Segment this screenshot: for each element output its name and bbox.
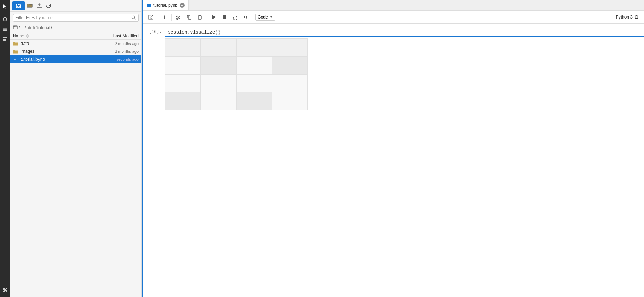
- folder-icon: [13, 49, 19, 54]
- save-button[interactable]: [146, 12, 155, 22]
- python-label: Python 3: [616, 15, 633, 20]
- viz-cell: [236, 92, 272, 110]
- svg-rect-21: [223, 15, 226, 19]
- tab-label: tutorial.ipynb: [153, 3, 177, 8]
- sidebar-toolbar: 🗂: [10, 0, 141, 12]
- svg-marker-23: [244, 15, 246, 19]
- kernel-status-icon: [635, 15, 638, 19]
- list-item[interactable]: images 3 months ago: [10, 47, 141, 55]
- separator-4: [253, 14, 253, 21]
- output-area: [165, 38, 644, 114]
- viz-cell: [236, 56, 272, 74]
- viz-cell: [272, 39, 308, 56]
- cell-execution-count: [16]:: [143, 28, 165, 34]
- upload-button[interactable]: [35, 1, 43, 10]
- list-icon[interactable]: [1, 25, 9, 34]
- list-item[interactable]: data 2 months ago: [10, 40, 141, 47]
- breadcrumb-root[interactable]: [13, 25, 18, 31]
- viz-cell: [165, 74, 201, 92]
- svg-rect-18: [188, 16, 191, 19]
- file-name: images: [21, 49, 85, 54]
- svg-marker-20: [212, 15, 216, 19]
- svg-rect-1: [3, 28, 7, 29]
- search-button[interactable]: [131, 15, 136, 20]
- separator-2: [171, 14, 172, 21]
- notebook-content: [16]: session.visualize(): [143, 24, 644, 297]
- viz-cell: [236, 74, 272, 92]
- breadcrumb-ellipsis[interactable]: ...: [20, 25, 24, 30]
- stop-button[interactable]: [220, 12, 229, 22]
- search-text-icon[interactable]: [1, 35, 9, 44]
- viz-cell: [165, 56, 201, 74]
- svg-point-17: [177, 16, 178, 17]
- separator-1: [158, 14, 158, 21]
- file-list: data 2 months ago images 3 months ago ⊞ …: [10, 40, 141, 297]
- run-button[interactable]: [209, 12, 218, 22]
- svg-rect-10: [14, 26, 15, 27]
- paste-button[interactable]: [195, 12, 205, 22]
- file-modified: 3 months ago: [85, 49, 139, 54]
- cursor-icon[interactable]: [1, 2, 9, 11]
- notebook-icon: ⊞: [13, 56, 19, 62]
- svg-rect-13: [147, 4, 151, 7]
- viz-cell: [236, 39, 272, 56]
- viz-cell: [272, 92, 308, 110]
- viz-cell: [272, 56, 308, 74]
- cell-type-selector[interactable]: Code: [255, 14, 275, 21]
- search-bar: [13, 14, 139, 22]
- copy-button[interactable]: [185, 12, 194, 22]
- breadcrumb: / ... / atoti / tutorial /: [10, 24, 141, 33]
- svg-rect-15: [150, 17, 151, 19]
- breadcrumb-atoti[interactable]: atoti: [27, 25, 35, 30]
- svg-rect-5: [3, 39, 6, 40]
- open-folder-button[interactable]: [26, 1, 34, 10]
- circle-icon[interactable]: [1, 15, 9, 24]
- refresh-button[interactable]: [44, 1, 53, 10]
- viz-cell: [201, 39, 236, 56]
- puzzle-icon[interactable]: [1, 286, 9, 294]
- breadcrumb-tutorial[interactable]: tutorial: [37, 25, 50, 30]
- viz-cell: [201, 92, 236, 110]
- viz-cell: [201, 56, 236, 74]
- breadcrumb-separator-2: /: [25, 25, 26, 30]
- separator-3: [207, 14, 207, 21]
- restart-button[interactable]: [231, 12, 240, 22]
- svg-rect-9: [13, 26, 17, 29]
- tab-bar: tutorial.ipynb ●: [143, 0, 644, 11]
- add-cell-button[interactable]: +: [160, 12, 169, 22]
- file-modified: 2 months ago: [85, 41, 139, 46]
- visualization-grid: [165, 38, 308, 110]
- code-cell[interactable]: session.visualize(): [165, 28, 644, 37]
- fast-forward-button[interactable]: [241, 12, 251, 22]
- modified-column-header[interactable]: Last Modified: [85, 34, 139, 39]
- python-indicator: Python 3: [616, 15, 641, 20]
- activity-bar: [0, 0, 10, 297]
- tab-close-button[interactable]: ●: [180, 3, 185, 8]
- viz-cell: [201, 74, 236, 92]
- file-modified: seconds ago: [85, 57, 139, 61]
- list-item[interactable]: ⊞ tutorial.ipynb seconds ago: [10, 55, 141, 63]
- cell-container: [16]: session.visualize(): [143, 28, 644, 37]
- svg-rect-14: [149, 15, 151, 16]
- folder-icon: [13, 41, 19, 46]
- svg-rect-6: [3, 40, 6, 41]
- viz-cell: [272, 74, 308, 92]
- breadcrumb-separator-4: /: [51, 25, 52, 30]
- svg-rect-3: [3, 30, 7, 31]
- notebook-toolbar: + Code Python 3: [143, 11, 644, 24]
- viz-cell: [165, 92, 201, 110]
- svg-rect-19: [198, 16, 201, 19]
- viz-cell: [165, 39, 201, 56]
- search-input[interactable]: [15, 15, 131, 20]
- tab-tutorial[interactable]: tutorial.ipynb ●: [143, 0, 189, 10]
- breadcrumb-separator-1: /: [19, 25, 20, 30]
- new-button[interactable]: 🗂: [12, 1, 25, 10]
- file-list-header: Name Last Modified: [10, 33, 141, 40]
- svg-point-8: [132, 16, 135, 19]
- file-name: data: [21, 41, 85, 46]
- breadcrumb-separator-3: /: [35, 25, 36, 30]
- svg-rect-4: [3, 37, 7, 38]
- cut-button[interactable]: [174, 12, 183, 22]
- name-column-header[interactable]: Name: [13, 34, 85, 39]
- svg-rect-2: [3, 29, 7, 30]
